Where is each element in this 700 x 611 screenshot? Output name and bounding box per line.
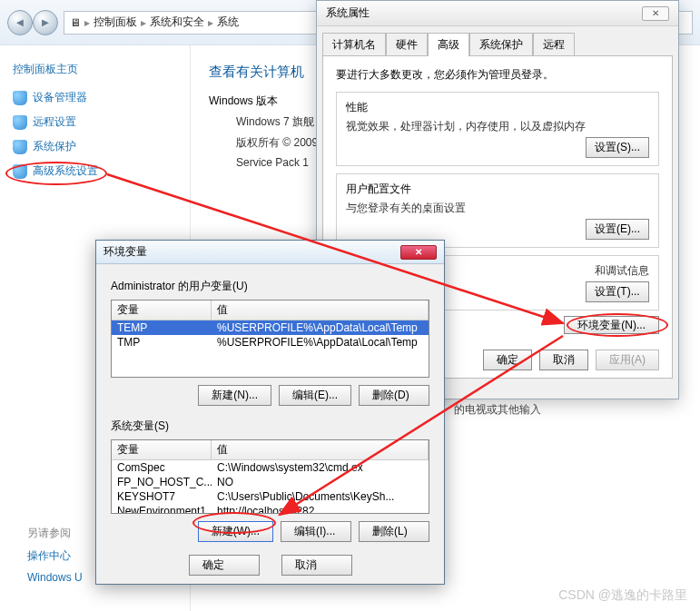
dialog-titlebar[interactable]: 系统属性 ✕ [317,1,678,26]
list-row[interactable]: ComSpecC:\Windows\system32\cmd.ex [112,460,429,475]
breadcrumb-item[interactable]: 系统和安全 [150,15,204,30]
close-icon[interactable]: ✕ [642,6,669,21]
sys-vars-label: 系统变量(S) [111,419,429,434]
tab-remote[interactable]: 远程 [533,33,575,56]
user-vars-list[interactable]: 变量 值 TEMP %USERPROFILE%\AppData\Local\Te… [111,300,429,378]
list-row[interactable]: NewEnvironment1http://localhost:8282 [112,504,429,514]
close-icon[interactable]: ✕ [400,245,437,260]
breadcrumb-item[interactable]: 控制面板 [94,15,137,30]
tabs: 计算机名 硬件 高级 系统保护 远程 [317,26,678,55]
cancel-button[interactable]: 取消 [281,555,352,576]
sidebar-item-device-manager[interactable]: 设备管理器 [13,90,177,105]
delete-button[interactable]: 删除(D) [359,385,429,406]
user-buttons: 新建(N)... 编辑(E)... 删除(D) [111,385,429,406]
tab-advanced[interactable]: 高级 [428,33,469,56]
user-vars-label: Administrator 的用户变量(U) [111,279,429,294]
forward-button[interactable]: ► [33,10,58,35]
breadcrumb-icon: 🖥 [70,16,81,29]
settings-button[interactable]: 设置(E)... [586,219,649,240]
list-row[interactable]: TEMP %USERPROFILE%\AppData\Local\Temp [112,320,429,335]
breadcrumb-item[interactable]: 系统 [217,15,239,30]
new-button[interactable]: 新建(N)... [198,385,271,406]
shield-icon [13,140,27,154]
sidebar-item-remote[interactable]: 远程设置 [13,114,177,130]
settings-button[interactable]: 设置(T)... [586,281,649,302]
dialog-title: 系统属性 [326,5,370,21]
list-row[interactable]: FP_NO_HOST_C...NO [112,475,429,489]
ok-button[interactable]: 确定 [483,350,532,370]
see-also: 另请参阅 操作中心 Windows U [27,526,83,584]
dialog-title: 环境变量 [104,244,147,260]
new-button[interactable]: 新建(W)... [198,521,273,542]
ok-button[interactable]: 确定 [189,555,260,576]
cancel-button[interactable]: 取消 [539,350,588,370]
group-performance: 性能 视觉效果，处理器计划，内存使用，以及虚拟内存 设置(S)... [336,92,659,166]
env-var-dialog: 环境变量 ✕ Administrator 的用户变量(U) 变量 值 TEMP … [95,240,445,585]
list-row[interactable]: TMP %USERPROFILE%\AppData\Local\Temp [112,335,429,350]
tab-hardware[interactable]: 硬件 [386,33,428,56]
sidebar-title[interactable]: 控制面板主页 [13,62,177,77]
admin-note: 要进行大多数更改，您必须作为管理员登录。 [336,67,659,83]
shield-icon [13,91,27,105]
back-button[interactable]: ◄ [7,10,33,35]
truncated-text: 的电视或其他输入 [454,402,541,418]
edit-button[interactable]: 编辑(I)... [281,521,351,542]
apply-button: 应用(A) [596,350,659,370]
list-header: 变量 值 [112,301,429,320]
sidebar-item-advanced[interactable]: 高级系统设置 [13,163,177,179]
shield-icon [13,164,27,179]
dialog-footer: 确定 取消 [111,555,429,576]
env-var-button[interactable]: 环境变量(N)... [564,316,659,334]
see-also-link[interactable]: Windows U [27,571,83,584]
shield-icon [13,115,27,130]
delete-button[interactable]: 删除(L) [359,521,429,542]
dialog-footer: 确定 取消 应用(A) [483,350,659,370]
see-also-link[interactable]: 操作中心 [27,548,83,564]
sidebar-item-protection[interactable]: 系统保护 [13,139,177,154]
edit-button[interactable]: 编辑(E)... [279,385,351,406]
tab-computer-name[interactable]: 计算机名 [322,33,386,56]
watermark: CSDN @逃逸的卡路里 [558,587,687,604]
list-header: 变量 值 [112,440,429,460]
settings-button[interactable]: 设置(S)... [586,137,649,158]
dialog-titlebar[interactable]: 环境变量 ✕ [96,241,444,264]
nav-buttons: ◄ ► [7,10,58,35]
sys-vars-list[interactable]: 变量 值 ComSpecC:\Windows\system32\cmd.ex F… [111,439,429,514]
list-row[interactable]: KEYSHOT7C:\Users\Public\Documents\KeySh.… [112,489,429,504]
sys-buttons: 新建(W)... 编辑(I)... 删除(L) [111,521,429,542]
group-user-profile: 用户配置文件 与您登录有关的桌面设置 设置(E)... [336,173,659,248]
tab-protection[interactable]: 系统保护 [469,33,533,56]
